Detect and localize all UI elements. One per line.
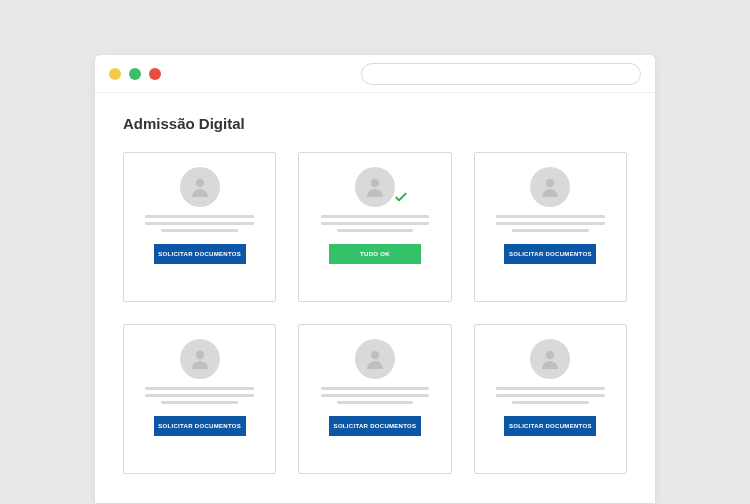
person-icon: [180, 167, 220, 207]
candidate-card: SOLICITAR DOCUMENTOS: [123, 324, 276, 474]
svg-point-3: [195, 351, 203, 359]
page-title: Admissão Digital: [123, 115, 627, 132]
request-documents-button[interactable]: SOLICITAR DOCUMENTOS: [154, 416, 246, 436]
person-icon: [530, 339, 570, 379]
avatar-wrap: [530, 339, 570, 379]
request-documents-button[interactable]: SOLICITAR DOCUMENTOS: [504, 244, 596, 264]
candidate-card: SOLICITAR DOCUMENTOS: [474, 324, 627, 474]
address-bar[interactable]: [361, 63, 641, 85]
request-documents-button[interactable]: SOLICITAR DOCUMENTOS: [154, 244, 246, 264]
placeholder-line: [321, 394, 430, 397]
person-icon: [355, 167, 395, 207]
placeholder-line: [496, 387, 605, 390]
status-ok-button[interactable]: TUDO OK: [329, 244, 421, 264]
candidate-card: TUDO OK: [298, 152, 451, 302]
placeholder-line: [496, 215, 605, 218]
person-icon: [530, 167, 570, 207]
avatar-wrap: [180, 339, 220, 379]
placeholder-line: [496, 222, 605, 225]
zoom-dot[interactable]: [129, 68, 141, 80]
candidate-card: SOLICITAR DOCUMENTOS: [298, 324, 451, 474]
placeholder-line: [337, 229, 413, 232]
placeholder-line: [161, 401, 237, 404]
placeholder-line: [161, 229, 237, 232]
placeholder-line: [512, 229, 588, 232]
placeholder-line: [321, 215, 430, 218]
text-placeholder: [313, 387, 436, 404]
check-icon: [393, 189, 409, 209]
avatar-wrap: [180, 167, 220, 207]
request-documents-button[interactable]: SOLICITAR DOCUMENTOS: [504, 416, 596, 436]
placeholder-line: [145, 394, 254, 397]
request-documents-button[interactable]: SOLICITAR DOCUMENTOS: [329, 416, 421, 436]
placeholder-line: [512, 401, 588, 404]
candidate-card: SOLICITAR DOCUMENTOS: [474, 152, 627, 302]
avatar-wrap: [530, 167, 570, 207]
text-placeholder: [313, 215, 436, 232]
candidate-card: SOLICITAR DOCUMENTOS: [123, 152, 276, 302]
placeholder-line: [321, 222, 430, 225]
titlebar: [95, 55, 655, 93]
text-placeholder: [489, 215, 612, 232]
placeholder-line: [496, 394, 605, 397]
svg-point-0: [195, 179, 203, 187]
avatar-wrap: [355, 339, 395, 379]
text-placeholder: [138, 215, 261, 232]
cards-grid: SOLICITAR DOCUMENTOSTUDO OKSOLICITAR DOC…: [123, 152, 627, 474]
svg-point-4: [371, 351, 379, 359]
placeholder-line: [145, 215, 254, 218]
svg-point-5: [546, 351, 554, 359]
close-dot[interactable]: [149, 68, 161, 80]
placeholder-line: [145, 222, 254, 225]
placeholder-line: [145, 387, 254, 390]
person-icon: [355, 339, 395, 379]
page-content: Admissão Digital SOLICITAR DOCUMENTOSTUD…: [95, 93, 655, 503]
traffic-lights: [109, 68, 161, 80]
svg-point-2: [546, 179, 554, 187]
person-icon: [180, 339, 220, 379]
svg-point-1: [371, 179, 379, 187]
avatar-wrap: [355, 167, 395, 207]
minimize-dot[interactable]: [109, 68, 121, 80]
text-placeholder: [489, 387, 612, 404]
placeholder-line: [321, 387, 430, 390]
text-placeholder: [138, 387, 261, 404]
placeholder-line: [337, 401, 413, 404]
browser-window: Admissão Digital SOLICITAR DOCUMENTOSTUD…: [95, 55, 655, 503]
